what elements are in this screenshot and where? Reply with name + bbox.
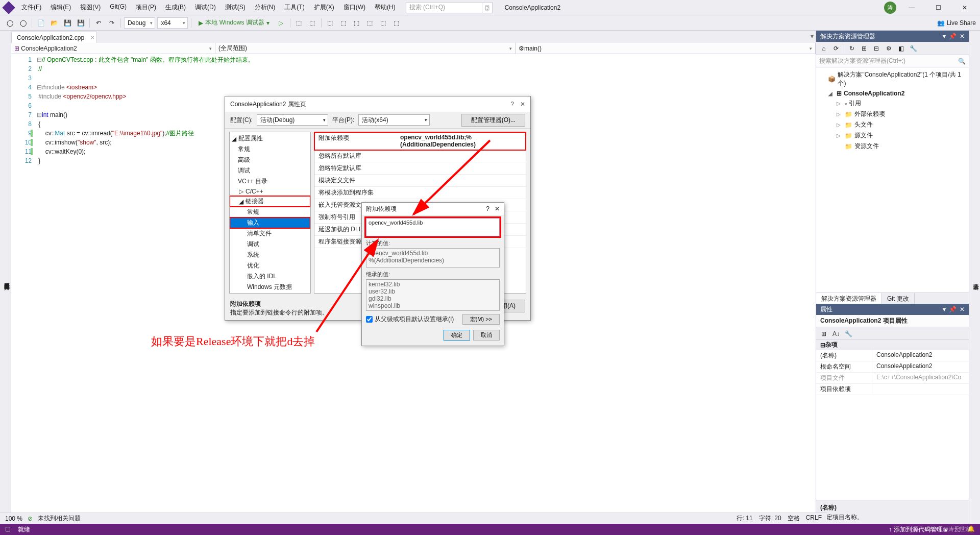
dialog-titlebar[interactable]: ConsoleApplication2 属性页 ?✕ — [225, 96, 530, 112]
menu-git[interactable]: Git(G) — [106, 1, 131, 14]
eol-label[interactable]: CRLF — [806, 514, 822, 523]
subdialog-titlebar[interactable]: 附加依赖项 ?✕ — [362, 203, 504, 215]
menu-tools[interactable]: 工具(T) — [280, 1, 308, 14]
tn-cc[interactable]: ▷C/C++ — [230, 187, 310, 196]
row-additional-deps[interactable]: 附加依赖项opencv_world455d.lib;%(AdditionalDe… — [314, 132, 526, 150]
search-icon[interactable]: ⍰ — [482, 2, 493, 13]
collapse-icon[interactable]: ⊟ — [871, 43, 882, 54]
maximize-icon[interactable]: ☐ — [927, 0, 949, 15]
plat-combo[interactable]: 活动(x64) — [358, 114, 430, 126]
step-icon[interactable]: ⬚ — [293, 17, 305, 29]
search-input[interactable]: 搜索 (Ctrl+Q) — [406, 2, 482, 13]
tn-advanced[interactable]: 高级 — [230, 155, 310, 165]
row-addmod[interactable]: 将模块添加到程序集 — [314, 187, 526, 199]
tn-link-system[interactable]: 系统 — [230, 250, 310, 260]
nav-project-combo[interactable]: ⊞ ConsoleApplication2 — [11, 43, 215, 54]
categorize-icon[interactable]: ⊞ — [818, 328, 829, 339]
props-grid[interactable]: ⊟ 杂项 (名称)ConsoleApplication2 根命名空间Consol… — [816, 339, 969, 500]
wrench2-icon[interactable]: 🔧 — [843, 328, 854, 339]
nav-scope-combo[interactable]: (全局范围) — [215, 43, 516, 54]
deps-input[interactable]: opencv_world455d.lib — [366, 218, 500, 236]
tab-solution[interactable]: 解决方案资源管理器 — [816, 293, 882, 304]
subdialog-cancel-button[interactable]: 取消 — [473, 330, 500, 341]
sort-icon[interactable]: A↓ — [830, 328, 842, 339]
issues-label[interactable]: 未找到相关问题 — [38, 514, 81, 523]
tab-file[interactable]: ConsoleApplication2.cpp✕ — [11, 32, 97, 43]
tree-hdr[interactable]: ▷📁 头文件 — [816, 119, 969, 130]
menu-file[interactable]: 文件(F) — [17, 1, 45, 14]
tree-refs[interactable]: ▷▫ 引用 — [816, 98, 969, 109]
inherit-checkbox[interactable]: 从父级或项目默认设置继承(I)宏(M) >> — [366, 314, 500, 325]
home-icon[interactable]: ⌂ — [818, 43, 829, 54]
tree-project[interactable]: ◢⊞ ConsoleApplication2 — [816, 89, 969, 98]
redo-icon[interactable]: ↷ — [106, 17, 117, 29]
run-button[interactable]: ▶ 本地 Windows 调试器 ▾ — [194, 18, 273, 27]
nav-fwd-icon[interactable]: ◯ — [17, 17, 29, 29]
panel-dropdown-icon[interactable]: ▾ — [943, 33, 946, 40]
open-icon[interactable]: 📂 — [48, 17, 60, 29]
avatar[interactable]: 涛 — [884, 2, 896, 14]
row-ignore-spec[interactable]: 忽略特定默认库 — [314, 162, 526, 175]
cfg-manager-button[interactable]: 配置管理器(O)... — [461, 114, 525, 127]
props-close-icon[interactable]: ✕ — [960, 306, 965, 313]
tn-link-winmd[interactable]: Windows 元数据 — [230, 282, 310, 293]
menu-view[interactable]: 视图(V) — [76, 1, 105, 14]
prop-name-val[interactable]: ConsoleApplication2 — [872, 350, 969, 361]
platform-combo[interactable]: x64 — [157, 17, 188, 29]
row-moddef[interactable]: 模块定义文件 — [314, 175, 526, 187]
tn-link-adv[interactable]: 高级 — [230, 293, 310, 294]
saveall-icon[interactable]: 💾 — [75, 17, 86, 29]
save-icon[interactable]: 💾 — [62, 17, 73, 29]
subdialog-ok-button[interactable]: 确定 — [444, 330, 470, 341]
solution-search[interactable]: 搜索解决方案资源管理器(Ctrl+;)🔍 — [816, 55, 969, 67]
misc1-icon[interactable]: ⬚ — [325, 17, 336, 29]
tab-close-icon[interactable]: ✕ — [90, 35, 94, 40]
tn-link-opt[interactable]: 优化 — [230, 260, 310, 271]
tn-root[interactable]: ◢配置属性 — [230, 133, 310, 144]
close-icon[interactable]: ✕ — [953, 0, 976, 15]
left-rail[interactable]: 服务器资源管理器 工具箱 — [0, 31, 11, 525]
nav-back-icon[interactable]: ◯ — [4, 17, 15, 29]
props-dropdown-icon[interactable]: ▾ — [943, 306, 946, 313]
menu-test[interactable]: 测试(S) — [221, 1, 250, 14]
tn-link-input[interactable]: 输入 — [230, 217, 310, 228]
tn-link-manifest[interactable]: 清单文件 — [230, 228, 310, 239]
refresh-icon[interactable]: ⟳ — [830, 43, 842, 54]
dialog-close-icon[interactable]: ✕ — [520, 101, 525, 108]
indent-label[interactable]: 空格 — [788, 514, 800, 523]
subdialog-close-icon[interactable]: ✕ — [495, 205, 500, 212]
pin-icon[interactable]: ▾ — [811, 33, 814, 40]
tree-solution[interactable]: 📦 解决方案"ConsoleApplication2"(1 个项目/共 1 个) — [816, 69, 969, 89]
config-combo[interactable]: Debug — [124, 17, 155, 29]
menu-project[interactable]: 项目(P) — [132, 1, 160, 14]
prop-group-misc[interactable]: ⊟ 杂项 — [816, 339, 969, 350]
tn-link-idl[interactable]: 嵌入的 IDL — [230, 271, 310, 282]
misc4-icon[interactable]: ⬚ — [364, 17, 376, 29]
new-icon[interactable]: 📄 — [35, 17, 46, 29]
menu-analyze[interactable]: 分析(N) — [251, 1, 280, 14]
undo-icon[interactable]: ↶ — [93, 17, 104, 29]
subdialog-help-icon[interactable]: ? — [486, 205, 489, 212]
col-label[interactable]: 字符: 20 — [759, 514, 781, 523]
preview-icon[interactable]: ◧ — [895, 43, 906, 54]
row-ignore-all[interactable]: 忽略所有默认库 — [314, 150, 526, 162]
cfg-combo[interactable]: 活动(Debug) — [257, 114, 328, 126]
line-label[interactable]: 行: 11 — [737, 514, 753, 523]
tn-linker[interactable]: ◢链接器 — [230, 196, 310, 207]
inherit-chk-input[interactable] — [366, 316, 373, 323]
misc6-icon[interactable]: ⬚ — [391, 17, 402, 29]
liveshare-button[interactable]: 👥 Live Share — [937, 19, 976, 27]
solution-tree[interactable]: 📦 解决方案"ConsoleApplication2"(1 个项目/共 1 个)… — [816, 67, 969, 293]
menu-help[interactable]: 帮助(H) — [371, 1, 400, 14]
tn-link-general[interactable]: 常规 — [230, 207, 310, 217]
nav-func-combo[interactable]: ⚙ main() — [516, 43, 816, 54]
props-icon[interactable]: ⚙ — [883, 43, 894, 54]
tab-git[interactable]: Git 更改 — [882, 293, 915, 304]
menu-window[interactable]: 窗口(W) — [339, 1, 370, 14]
dialog-tree[interactable]: ◢配置属性 常规 高级 调试 VC++ 目录 ▷C/C++ ◢链接器 常规 输入… — [229, 132, 311, 294]
prop-ns-val[interactable]: ConsoleApplication2 — [872, 361, 969, 372]
tn-link-debug[interactable]: 调试 — [230, 239, 310, 250]
macro-button[interactable]: 宏(M) >> — [462, 314, 500, 325]
run-noDebug-icon[interactable]: ▷ — [276, 17, 287, 29]
props-pin-icon[interactable]: 📌 — [949, 306, 957, 313]
